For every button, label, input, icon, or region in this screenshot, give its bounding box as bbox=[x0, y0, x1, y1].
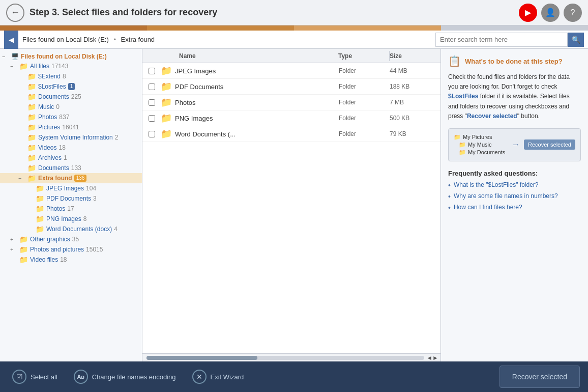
faq-item-1: • Why are some file names in numbers? bbox=[448, 192, 581, 201]
tree-item-documents[interactable]: + 📁 Documents 225 bbox=[0, 92, 142, 102]
tree-label-other-graphics: Other graphics bbox=[30, 236, 70, 243]
tree-label-jpeg: JPEG Images bbox=[46, 185, 84, 192]
faq-link-1[interactable]: Why are some file names in numbers? bbox=[454, 192, 558, 200]
select-all-button[interactable]: ☑ Select all bbox=[8, 368, 62, 386]
tree-item-word-docs[interactable]: + 📁 Word Documents (docx) 4 bbox=[0, 224, 142, 234]
diagram-tree-icon-2: 📁 bbox=[459, 142, 466, 148]
faq-section: Frequently asked questions: • What is th… bbox=[448, 170, 581, 212]
file-row[interactable]: 📁 JPEG Images Folder 44 MB bbox=[142, 63, 440, 79]
file-checkbox-4[interactable] bbox=[142, 131, 161, 137]
tree-item-video-files[interactable]: + 📁 Video files 18 bbox=[0, 255, 142, 265]
tree-item-photos-pictures[interactable]: + 📁 Photos and pictures 15015 bbox=[0, 244, 142, 255]
tree-item-extend[interactable]: + 📁 $Extend 8 bbox=[0, 71, 142, 81]
youtube-button[interactable]: ▶ bbox=[519, 4, 537, 22]
breadcrumb: Files found on Local Disk (E:) • Extra f… bbox=[22, 36, 435, 43]
faq-link-0[interactable]: What is the "$LostFiles" folder? bbox=[454, 181, 539, 188]
tree-item-png-images[interactable]: + 📁 PNG Images 8 bbox=[0, 214, 142, 224]
info-icon: 📋 bbox=[448, 55, 461, 67]
tree-item-lostfiles[interactable]: + 📁 $LostFiles 1 bbox=[0, 81, 142, 92]
tree-item-jpeg-images[interactable]: + 📁 JPEG Images 104 bbox=[0, 183, 142, 193]
tree-item-documents-133[interactable]: + 📁 Documents 133 bbox=[0, 163, 142, 173]
encoding-button[interactable]: Aв Change file names encoding bbox=[70, 368, 180, 386]
tree-count-photos2: 17 bbox=[67, 205, 74, 212]
select-all-label: Select all bbox=[31, 373, 57, 381]
tree-item-all-files[interactable]: − 📁 All files 17143 bbox=[0, 61, 142, 71]
folder-icon-photos-pictures: 📁 bbox=[19, 245, 28, 254]
file-checkbox-2[interactable] bbox=[142, 99, 161, 106]
checkbox-2[interactable] bbox=[149, 99, 155, 106]
tree-root[interactable]: − 🖥️ Files found on Local Disk (E:) bbox=[0, 52, 142, 61]
exit-wizard-button[interactable]: ✕ Exit Wizard bbox=[188, 368, 248, 386]
breadcrumb-root: Files found on Local Disk (E:) bbox=[22, 36, 109, 43]
tree-count-video-files: 18 bbox=[60, 256, 67, 263]
file-list-header: Name Type Size bbox=[142, 49, 440, 63]
tree-item-pdf-docs[interactable]: + 📁 PDF Documents 3 bbox=[0, 193, 142, 204]
tree-item-photos2[interactable]: + 📁 Photos 17 bbox=[0, 204, 142, 214]
folder-icon-lostfiles: 📁 bbox=[27, 82, 36, 91]
folder-icon-row-1: 📁 bbox=[161, 81, 172, 92]
exit-label: Exit Wizard bbox=[211, 373, 244, 381]
file-size-1: 188 KB bbox=[390, 83, 440, 90]
tree-item-extrafound[interactable]: − 📁 Extra found 136 bbox=[0, 173, 142, 183]
file-row[interactable]: 📁 Photos Folder 7 MB bbox=[142, 95, 440, 110]
file-checkbox-3[interactable] bbox=[142, 115, 161, 122]
checkbox-3[interactable] bbox=[149, 115, 155, 122]
checkbox-1[interactable] bbox=[149, 83, 155, 90]
checkbox-0[interactable] bbox=[149, 68, 155, 74]
file-name-1: PDF Documents bbox=[175, 83, 339, 91]
tree-expand-other-graphics[interactable]: + bbox=[10, 236, 17, 242]
file-row[interactable]: 📁 PDF Documents Folder 188 KB bbox=[142, 79, 440, 95]
tree-count-pictures: 16041 bbox=[62, 124, 79, 131]
tree-item-pictures[interactable]: + 📁 Pictures 16041 bbox=[0, 122, 142, 132]
faq-item-0: • What is the "$LostFiles" folder? bbox=[448, 181, 581, 189]
checkbox-4[interactable] bbox=[149, 131, 155, 137]
tree-item-other-graphics[interactable]: + 📁 Other graphics 35 bbox=[0, 234, 142, 244]
file-checkbox-0[interactable] bbox=[142, 68, 161, 74]
tree-item-archives[interactable]: + 📁 Archives 1 bbox=[0, 153, 142, 163]
recover-selected-button[interactable]: Recover selected bbox=[499, 366, 580, 388]
progress-bar bbox=[0, 25, 588, 31]
header-icons: ▶ 👤 ? bbox=[519, 4, 582, 22]
diagram-tree-icon-3: 📁 bbox=[459, 149, 466, 156]
tree-label-word: Word Documents (docx) bbox=[46, 226, 112, 233]
tree-expand-photos-pictures[interactable]: + bbox=[10, 246, 17, 253]
file-size-2: 7 MB bbox=[390, 99, 440, 106]
tree-count-archives: 1 bbox=[64, 154, 67, 161]
file-scroll-area: ◄ ► bbox=[142, 353, 440, 361]
tree-root-icon: 🖥️ bbox=[11, 53, 19, 60]
tree-expand-extrafound[interactable]: − bbox=[18, 175, 25, 181]
scroll-right-arrow[interactable]: ► bbox=[432, 354, 438, 361]
right-title-text: What's to be done at this step? bbox=[465, 58, 563, 65]
tree-count-documents-133: 133 bbox=[71, 164, 81, 172]
encoding-icon: Aв bbox=[74, 370, 88, 384]
tree-label-extend: $Extend bbox=[38, 73, 61, 80]
tree-root-expand[interactable]: − bbox=[2, 53, 9, 60]
file-row[interactable]: 📁 PNG Images Folder 500 KB bbox=[142, 110, 440, 126]
search-input[interactable] bbox=[435, 33, 568, 47]
breadcrumb-left-icon: ◀ bbox=[9, 36, 14, 44]
lostfiles-highlight: $LostFiles bbox=[448, 93, 478, 100]
diagram-recover-button[interactable]: Recover selected bbox=[524, 139, 575, 150]
folder-icon-photos2: 📁 bbox=[36, 205, 44, 213]
user-button[interactable]: 👤 bbox=[541, 4, 560, 22]
tree-expand-all-files[interactable]: − bbox=[10, 63, 17, 69]
tree-item-music[interactable]: + 📁 Music 0 bbox=[0, 102, 142, 112]
main-content: − 🖥️ Files found on Local Disk (E:) − 📁 … bbox=[0, 49, 588, 361]
breadcrumb-back-button[interactable]: ◀ bbox=[4, 31, 18, 49]
back-button[interactable]: ← bbox=[6, 4, 24, 22]
tree-count-jpeg: 104 bbox=[86, 185, 96, 192]
help-button[interactable]: ? bbox=[564, 4, 582, 22]
tree-item-photos[interactable]: + 📁 Photos 837 bbox=[0, 112, 142, 122]
tree-label-photos: Photos bbox=[38, 114, 57, 121]
search-button[interactable]: 🔍 bbox=[568, 33, 584, 47]
tree-item-videos[interactable]: + 📁 Videos 18 bbox=[0, 143, 142, 153]
file-row[interactable]: 📁 Word Documents (... Folder 79 KB bbox=[142, 126, 440, 142]
diagram-arrow: → bbox=[512, 140, 520, 149]
tree-item-sysvolinfo[interactable]: + 📁 System Volume Information 2 bbox=[0, 132, 142, 143]
faq-link-2[interactable]: How can I find files here? bbox=[454, 204, 522, 211]
file-checkbox-1[interactable] bbox=[142, 83, 161, 90]
scroll-left-arrow[interactable]: ◄ bbox=[426, 354, 432, 361]
folder-icon-word: 📁 bbox=[36, 225, 44, 233]
tree-panel: − 🖥️ Files found on Local Disk (E:) − 📁 … bbox=[0, 49, 142, 361]
file-name-0: JPEG Images bbox=[175, 67, 339, 75]
